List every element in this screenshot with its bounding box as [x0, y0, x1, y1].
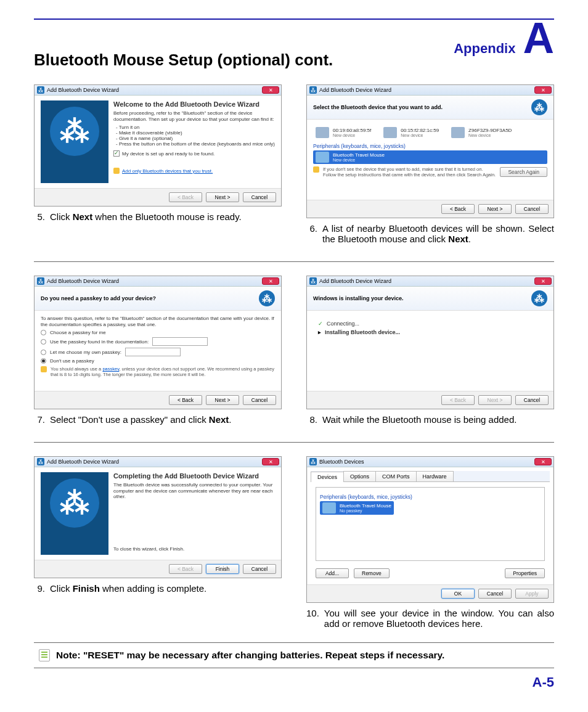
- back-button[interactable]: < Back: [169, 395, 202, 405]
- ready-checkbox-label: My device is set up and ready to be foun…: [122, 151, 214, 157]
- caption: Click Next when the Bluetooth mouse is r…: [50, 211, 282, 222]
- passkey-hint: You should always use a passkey, unless …: [51, 366, 275, 377]
- step-9: ⁂ Add Bluetooth Device Wizard ✕ ⁂ Comple…: [34, 456, 282, 634]
- note-icon: [39, 649, 50, 661]
- radio-use-doc-passkey[interactable]: [41, 339, 46, 345]
- wizard-welcome-dialog: ⁂ Add Bluetooth Device Wizard ✕ ⁂ Welcom…: [34, 84, 282, 207]
- intro-text: To answer this question, refer to the "B…: [41, 316, 275, 327]
- wizard-installing-dialog: ⁂ Add Bluetooth Device Wizard ✕ Windows …: [306, 276, 554, 409]
- bullet: Press the button on the bottom of the de…: [116, 141, 275, 147]
- bluetooth-devices-dialog: ⁂ Bluetooth Devices ✕ Devices Options CO…: [306, 456, 554, 603]
- step-10: ⁂ Bluetooth Devices ✕ Devices Options CO…: [306, 456, 554, 634]
- tab-com-ports[interactable]: COM Ports: [375, 471, 417, 481]
- cancel-button[interactable]: Cancel: [515, 204, 549, 214]
- cancel-button[interactable]: Cancel: [515, 395, 549, 405]
- note-row: Note: "RESET" may be necessary after cha…: [34, 642, 554, 668]
- step-7: ⁂ Add Bluetooth Device Wizard ✕ Do you n…: [34, 276, 282, 430]
- device-item[interactable]: Z96F3Z9-9DF3A5DNew device: [451, 127, 512, 138]
- dialog-title: Add Bluetooth Device Wizard: [47, 278, 119, 284]
- bluetooth-badge-icon: ⁂: [531, 99, 547, 115]
- step-6: ⁂ Add Bluetooth Device Wizard ✕ Select t…: [306, 84, 554, 249]
- cancel-button[interactable]: Cancel: [243, 564, 276, 574]
- next-button[interactable]: Next >: [478, 204, 512, 214]
- next-button[interactable]: Next >: [206, 192, 239, 202]
- bluetooth-badge-icon: ⁂: [531, 290, 547, 306]
- device-item-selected[interactable]: Bluetooth Travel MouseNo passkey: [320, 501, 394, 515]
- status-connecting: Connecting...: [327, 321, 359, 327]
- bullet: Make it discoverable (visible): [116, 130, 275, 136]
- wizard-sidebar: ⁂: [41, 100, 108, 183]
- mouse-icon: [316, 152, 329, 163]
- wizard-complete-dialog: ⁂ Add Bluetooth Device Wizard ✕ ⁂ Comple…: [34, 456, 282, 578]
- device-list-frame: Peripherals (keyboards, mice, joysticks)…: [316, 487, 545, 561]
- ok-button[interactable]: OK: [441, 589, 475, 599]
- status-installing: Installing Bluetooth device...: [325, 329, 400, 335]
- radio-choose-for-me[interactable]: [41, 330, 46, 335]
- ready-checkbox[interactable]: [113, 150, 120, 157]
- properties-button[interactable]: Properties: [505, 568, 545, 578]
- close-icon[interactable]: ✕: [262, 458, 279, 465]
- bluetooth-badge-icon: ⁂: [259, 290, 275, 306]
- apply-button[interactable]: Apply: [515, 589, 549, 599]
- wizard-heading: Welcome to the Add Bluetooth Device Wiza…: [113, 100, 275, 108]
- radio-own-passkey[interactable]: [41, 350, 46, 355]
- dialog-title: Add Bluetooth Device Wizard: [47, 459, 119, 465]
- mouse-icon: [322, 502, 336, 514]
- passkey-link[interactable]: passkey: [102, 366, 119, 372]
- info-text: If you don't see the device that you wan…: [323, 166, 496, 178]
- next-button: Next >: [478, 395, 512, 405]
- cancel-button[interactable]: Cancel: [478, 589, 512, 599]
- finish-button[interactable]: Finish: [206, 564, 239, 574]
- bluetooth-icon: ⁂: [37, 277, 44, 285]
- closing-text: To close this wizard, click Finish.: [113, 546, 275, 552]
- bluetooth-logo-icon: ⁂: [50, 478, 99, 528]
- wizard-sidebar: ⁂: [41, 472, 108, 555]
- note-text: Note: "RESET" may be necessary after cha…: [56, 650, 444, 661]
- shield-icon: [113, 168, 120, 174]
- tabs: Devices Options COM Ports Hardware: [311, 471, 550, 482]
- dialog-header: Select the Bluetooth device that you wan…: [313, 104, 443, 110]
- caption: Click Finish when adding is complete.: [50, 583, 282, 594]
- passkey-doc-input[interactable]: [152, 337, 208, 346]
- computer-icon: [383, 127, 397, 138]
- close-icon[interactable]: ✕: [262, 277, 279, 285]
- device-item[interactable]: 00:15:f2:82:1c:59New device: [383, 127, 439, 138]
- bluetooth-logo-icon: ⁂: [50, 107, 99, 156]
- tab-hardware[interactable]: Hardware: [416, 471, 454, 481]
- next-button[interactable]: Next >: [206, 395, 239, 405]
- passkey-own-input[interactable]: [125, 348, 181, 356]
- dialog-title: Add Bluetooth Device Wizard: [319, 278, 391, 284]
- cancel-button[interactable]: Cancel: [243, 395, 276, 405]
- close-icon[interactable]: ✕: [262, 86, 279, 94]
- remove-button[interactable]: Remove: [354, 568, 390, 578]
- close-icon[interactable]: ✕: [534, 86, 552, 94]
- device-list: 00:19:60:a8:59:5fNew device 00:15:f2:82:…: [313, 125, 547, 141]
- close-icon[interactable]: ✕: [534, 458, 552, 465]
- back-button[interactable]: < Back: [169, 192, 202, 202]
- radio-no-passkey[interactable]: [41, 358, 46, 364]
- device-item[interactable]: 00:19:60:a8:59:5fNew device: [316, 127, 371, 138]
- back-button: < Back: [441, 395, 475, 405]
- bluetooth-icon: ⁂: [309, 458, 317, 465]
- search-again-button[interactable]: Search Again: [500, 167, 547, 177]
- bluetooth-icon: ⁂: [309, 277, 317, 285]
- computer-icon: [451, 127, 465, 138]
- appendix-label: Appendix: [454, 41, 515, 57]
- bluetooth-icon: ⁂: [309, 86, 317, 94]
- tab-options[interactable]: Options: [343, 471, 376, 481]
- back-button[interactable]: < Back: [441, 204, 475, 214]
- tab-devices[interactable]: Devices: [311, 472, 344, 482]
- close-icon[interactable]: ✕: [534, 277, 552, 285]
- trust-link[interactable]: Add only Bluetooth devices that you trus…: [122, 168, 213, 174]
- dialog-header: Do you need a passkey to add your device…: [41, 295, 156, 301]
- back-button: < Back: [169, 564, 202, 574]
- group-label: Peripherals (keyboards, mice, joysticks): [313, 143, 547, 149]
- add-button[interactable]: Add...: [316, 568, 349, 578]
- device-item-selected[interactable]: Bluetooth Travel MouseNew device: [313, 150, 547, 164]
- caption: You will see your device in the window. …: [324, 608, 554, 629]
- cancel-button[interactable]: Cancel: [243, 192, 276, 202]
- dialog-title: Add Bluetooth Device Wizard: [319, 87, 391, 93]
- step-8: ⁂ Add Bluetooth Device Wizard ✕ Windows …: [306, 276, 554, 430]
- group-label: Peripherals (keyboards, mice, joysticks): [320, 494, 541, 500]
- bluetooth-icon: ⁂: [37, 86, 44, 94]
